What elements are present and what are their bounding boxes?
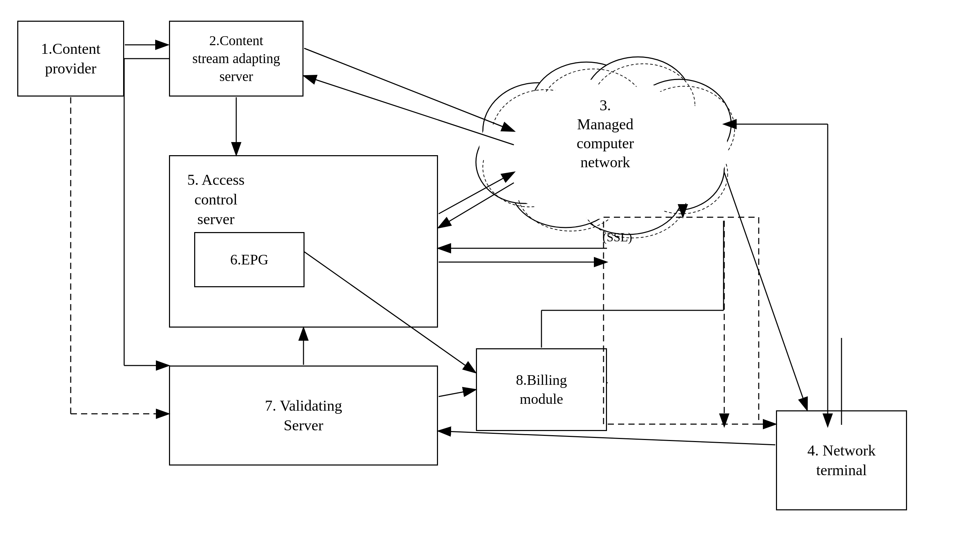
svg-point-8: [585, 57, 692, 143]
svg-point-21: [518, 152, 624, 231]
svg-point-6: [483, 83, 593, 179]
svg-point-23: [483, 84, 728, 219]
svg-point-11: [572, 152, 683, 235]
svg-text:computer: computer: [577, 135, 634, 152]
ssl-label: (SSL): [603, 230, 632, 244]
validating-server-box: 7. Validating Server: [169, 366, 438, 466]
svg-point-10: [628, 128, 724, 210]
billing-module-box: 8.Billing module: [476, 348, 607, 431]
arrow-val-to-billing: [439, 390, 475, 397]
arrow-nt-to-val: [439, 431, 775, 445]
svg-point-19: [634, 135, 728, 214]
svg-point-18: [634, 86, 734, 172]
arrow-mn-to-csa: [304, 76, 514, 145]
content-provider-box: 1.Content provider: [17, 21, 124, 97]
billing-module-label: 8.Billing module: [516, 371, 567, 408]
svg-point-14: [480, 79, 728, 217]
svg-text:Managed: Managed: [577, 116, 634, 133]
svg-point-20: [579, 159, 686, 238]
svg-point-13: [476, 121, 572, 204]
svg-point-12: [511, 145, 621, 228]
svg-text:network: network: [580, 154, 630, 171]
arrow-mn-to-nt: [724, 172, 807, 410]
content-provider-label: 1.Content provider: [41, 39, 100, 78]
content-stream-box: 2.Content stream adapting server: [169, 21, 304, 97]
svg-text:3.: 3.: [600, 97, 611, 114]
access-control-box: 5. Access control server 6.EPG: [169, 155, 438, 328]
validating-server-label: 7. Validating Server: [265, 396, 342, 435]
epg-label: 6.EPG: [230, 250, 269, 269]
epg-box: 6.EPG: [194, 232, 304, 287]
svg-point-15: [491, 90, 598, 183]
network-terminal-label: 4. Network terminal: [807, 441, 876, 480]
arrow-mn-to-ac: [439, 183, 514, 228]
svg-point-17: [591, 64, 695, 146]
svg-point-7: [531, 62, 641, 152]
ssl-dashed-rect: [603, 217, 759, 424]
svg-point-9: [628, 79, 731, 169]
arrow-csa-to-mn-right: [304, 48, 514, 131]
arrow-ac-to-mn: [439, 172, 514, 214]
svg-point-16: [540, 69, 647, 155]
managed-network-cloud: 3. Managed computer network: [476, 57, 734, 238]
network-terminal-box: 4. Network terminal: [776, 411, 907, 510]
content-stream-label: 2.Content stream adapting server: [192, 32, 280, 85]
svg-point-22: [483, 128, 576, 207]
access-control-label: 5. Access control server: [187, 170, 245, 229]
diagram: 1.Content provider 2.Content stream adap…: [0, 0, 966, 560]
